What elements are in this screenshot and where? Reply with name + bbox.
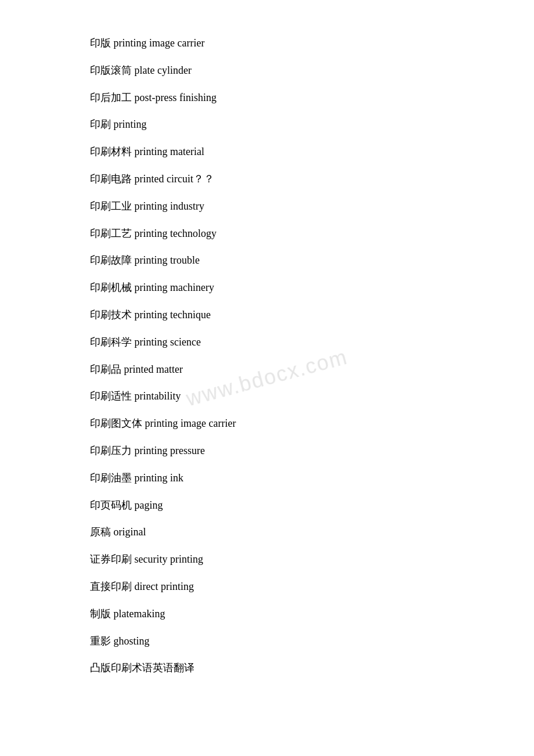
list-item: 证券印刷 security printing xyxy=(90,551,444,568)
list-item: 凸版印刷术语英语翻译 xyxy=(90,660,444,676)
list-item: 印刷工艺 printing technology xyxy=(90,225,444,242)
list-item: 印刷材料 printing material xyxy=(90,143,444,160)
list-item: 印刷电路 printed circuit？？ xyxy=(90,171,444,188)
list-item: 印刷工业 printing industry xyxy=(90,198,444,215)
list-item: 印刷故障 printing trouble xyxy=(90,252,444,269)
list-item: 直接印刷 direct printing xyxy=(90,578,444,595)
list-item: 印刷品 printed matter xyxy=(90,361,444,378)
list-item: 印后加工 post-press finishing xyxy=(90,89,444,106)
list-item: 印版滚筒 plate cylinder xyxy=(90,62,444,79)
list-item: 印刷技术 printing technique xyxy=(90,307,444,323)
list-item: 印页码机 paging xyxy=(90,497,444,514)
list-item: 重影 ghosting xyxy=(90,633,444,650)
list-item: 印版 printing image carrier xyxy=(90,35,444,52)
list-item: 印刷压力 printing pressure xyxy=(90,442,444,459)
list-item: 印刷 printing xyxy=(90,116,444,133)
list-item: 制版 platemaking xyxy=(90,606,444,622)
list-item: 印刷机械 printing machinery xyxy=(90,279,444,296)
list-item: 印刷适性 printability xyxy=(90,388,444,405)
list-item: 印刷科学 printing science xyxy=(90,334,444,351)
list-item: 原稿 original xyxy=(90,524,444,541)
list-item: 印刷油墨 printing ink xyxy=(90,470,444,487)
list-item: 印刷图文体 printing image carrier xyxy=(90,415,444,432)
main-content: 印版 printing image carrier印版滚筒 plate cyli… xyxy=(0,0,534,722)
